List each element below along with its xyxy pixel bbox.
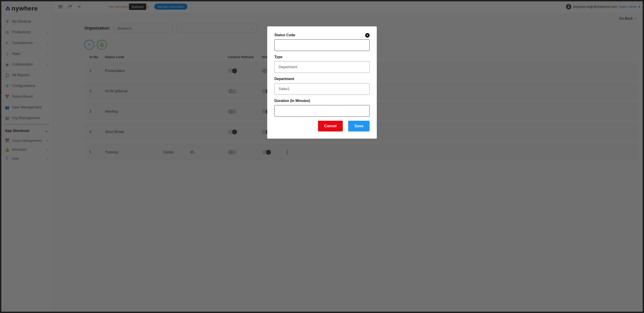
field-type: Type Department [274,55,370,73]
department-value: Sales1 [278,87,290,91]
type-label: Type [274,55,370,59]
duration-label: Duration (In Minutes) [274,99,370,103]
close-modal-button[interactable]: ✕ [365,33,370,38]
department-select[interactable]: Sales1 [274,83,370,95]
field-duration: Duration (In Minutes) [274,99,370,117]
status-code-input[interactable] [274,39,370,51]
modal-actions: Cancel Save [274,121,370,132]
save-button[interactable]: Save [348,121,370,132]
field-status-code: Status Code [274,33,370,51]
field-department: Department Sales1 [274,77,370,95]
status-code-modal: ✕ Status Code Type Department Department… [267,26,377,138]
status-code-label: Status Code [274,33,370,37]
type-value: Department [278,65,298,69]
type-select[interactable]: Department [274,61,370,73]
modal-overlay[interactable]: ✕ Status Code Type Department Department… [0,0,644,313]
department-label: Department [274,77,370,81]
duration-input[interactable] [274,105,370,117]
cancel-button[interactable]: Cancel [318,121,343,132]
